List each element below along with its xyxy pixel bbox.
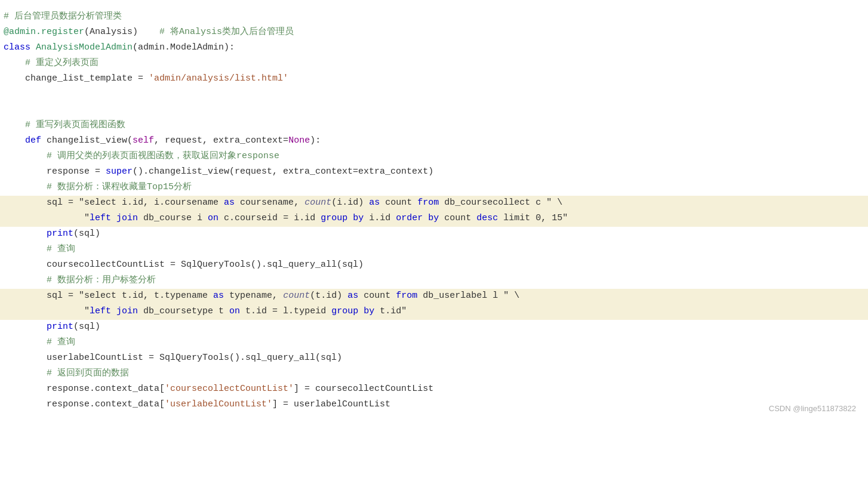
code-token: db_coursetype t: [138, 306, 229, 316]
code-line: response = super().changelist_view(reque…: [0, 165, 868, 180]
code-token: 'coursecollectCountList': [165, 384, 294, 394]
code-token: db_userlabel l: [417, 291, 503, 301]
code-token: on: [208, 213, 218, 223]
code-line: userlabelCountList = SqlQueryTools().sql…: [0, 351, 868, 366]
code-token: response =: [4, 166, 106, 177]
code-token: ": [79, 198, 84, 208]
code-token: [4, 120, 25, 130]
code-token: @admin.register: [4, 27, 84, 37]
code-line: # 数据分析：用户标签分析: [0, 273, 868, 289]
code-token: sql =: [4, 198, 79, 208]
code-token: as: [347, 291, 358, 301]
code-line: # 返回到页面的数据: [0, 366, 868, 382]
code-token: [4, 244, 47, 254]
code-token: coursename,: [235, 198, 304, 208]
code-token: " \: [503, 291, 519, 301]
code-token: ): [133, 27, 159, 37]
code-token: None: [288, 135, 310, 146]
code-token: count: [304, 198, 331, 208]
code-line: response.context_data['userlabelCountLis…: [0, 397, 868, 413]
code-token: 'admin/analysis/list.html': [149, 73, 288, 84]
code-token: # 调用父类的列表页面视图函数，获取返回对象response: [47, 151, 279, 161]
code-token: def: [25, 135, 47, 146]
code-token: group by: [331, 306, 374, 316]
code-token: c.courseid = i.id: [218, 213, 321, 223]
code-token: print: [47, 322, 73, 332]
code-token: ": [84, 213, 90, 223]
code-token: # 重写列表页面视图函数: [25, 120, 125, 130]
code-token: # 将Analysis类加入后台管理员: [159, 27, 294, 37]
code-line: sql = "select i.id, i.coursename as cour…: [0, 196, 868, 211]
code-token: # 查询: [47, 337, 75, 347]
code-token: response.context_data[: [4, 384, 165, 394]
code-token: count: [439, 213, 476, 223]
code-token: coursecollectCountList = SqlQueryTools()…: [4, 260, 364, 270]
code-token: left join: [90, 306, 138, 316]
code-line: # 调用父类的列表页面视图函数，获取返回对象response: [0, 149, 868, 165]
code-token: Analysis: [90, 27, 133, 37]
code-token: # 数据分析：课程收藏量Top15分析: [47, 182, 192, 192]
code-token: " \: [546, 198, 562, 208]
code-token: ):: [310, 135, 321, 146]
code-token: ": [401, 306, 407, 316]
code-token: desc: [476, 213, 498, 223]
code-token: db_course i: [138, 213, 208, 223]
code-token: changelist_view(: [47, 135, 133, 146]
code-token: ": [84, 306, 90, 316]
code-token: (sql): [73, 322, 100, 332]
code-line: [0, 87, 868, 103]
code-token: [4, 229, 47, 239]
code-token: count: [380, 198, 417, 208]
code-token: self: [133, 135, 154, 146]
code-token: , request, extra_context=: [154, 135, 288, 146]
code-token: userlabelCountList = SqlQueryTools().sql…: [4, 353, 342, 363]
code-line: change_list_template = 'admin/analysis/l…: [0, 72, 868, 87]
code-line: # 查询: [0, 242, 868, 258]
code-token: (t.id): [310, 291, 347, 301]
code-block: # 后台管理员数据分析管理类@admin.register(Analysis) …: [0, 0, 868, 423]
code-token: from: [396, 291, 417, 301]
code-token: select t.id, t.typename: [84, 291, 213, 301]
code-line: sql = "select t.id, t.typename as typena…: [0, 289, 868, 304]
code-line: coursecollectCountList = SqlQueryTools()…: [0, 258, 868, 273]
code-line: @admin.register(Analysis) # 将Analysis类加入…: [0, 25, 868, 41]
code-token: [4, 306, 84, 316]
code-token: [4, 275, 47, 285]
code-line: # 重写列表页面视图函数: [0, 118, 868, 134]
code-token: [4, 151, 47, 161]
code-line: # 数据分析：课程收藏量Top15分析: [0, 180, 868, 196]
code-line: print(sql): [0, 227, 868, 242]
code-token: ": [79, 291, 84, 301]
code-line: class AnalysisModelAdmin(admin.ModelAdmi…: [0, 41, 868, 56]
code-token: class: [4, 42, 36, 53]
code-token: db_coursecollect c: [439, 198, 546, 208]
code-token: on: [229, 306, 240, 316]
code-line: # 后台管理员数据分析管理类: [0, 10, 868, 25]
code-line: def changelist_view(self, request, extra…: [0, 134, 868, 149]
code-token: # 返回到页面的数据: [47, 368, 129, 378]
code-token: select i.id, i.coursename: [84, 198, 224, 208]
code-token: (sql): [73, 229, 100, 239]
code-token: (i.id): [331, 198, 369, 208]
code-token: 'userlabelCountList': [165, 399, 272, 409]
code-token: t.id = l.typeid: [240, 306, 331, 316]
code-token: count: [283, 291, 310, 301]
code-token: ] = coursecollectCountList: [294, 384, 433, 394]
code-token: [4, 135, 25, 146]
code-token: change_list_template =: [4, 73, 149, 84]
code-token: typename,: [224, 291, 283, 301]
code-token: AnalysisModelAdmin: [36, 42, 133, 53]
code-token: left join: [90, 213, 138, 223]
code-token: i.id: [364, 213, 396, 223]
code-token: sql =: [4, 291, 79, 301]
code-line: # 重定义列表页面: [0, 56, 868, 72]
code-token: t.id: [374, 306, 401, 316]
code-token: super: [106, 166, 133, 177]
watermark: CSDN @linge511873822: [769, 403, 856, 415]
code-token: from: [417, 198, 439, 208]
code-token: (: [84, 27, 90, 37]
code-token: [4, 368, 47, 378]
code-line: response.context_data['coursecollectCoun…: [0, 382, 868, 397]
code-token: # 重定义列表页面: [25, 58, 99, 68]
code-token: # 后台管理员数据分析管理类: [4, 11, 122, 21]
